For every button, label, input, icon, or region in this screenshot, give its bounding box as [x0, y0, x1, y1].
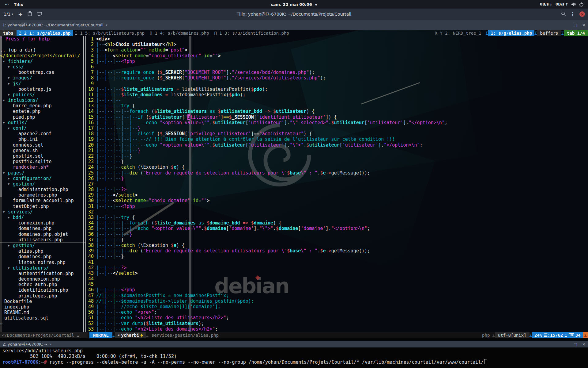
session-switcher[interactable]: 1/1▾	[4, 12, 13, 17]
tree-expand-arrow-icon[interactable]: ▾	[7, 64, 13, 70]
window-close-button[interactable]: ×	[579, 11, 585, 17]
code-line[interactable]: 41	[86, 259, 588, 265]
pane2-close-button[interactable]: ×	[582, 342, 586, 347]
tree-item[interactable]: barre_menu.php	[0, 103, 86, 109]
new-terminal-button[interactable]: +	[18, 11, 23, 17]
tree-item[interactable]: apache2.conf	[0, 131, 86, 136]
menu-kebab-icon[interactable]: ⋮	[570, 11, 575, 17]
code-line[interactable]: 11|--|--|--$liste_domaines = listeDomain…	[86, 92, 588, 98]
code-line[interactable]: 42|--|--|--?>	[86, 265, 588, 270]
tree-item[interactable]: ▾ services/	[0, 209, 86, 215]
code-line[interactable]: 25|--|--|--|--die ("Erreur de requête de…	[86, 170, 588, 176]
chevron-down-icon[interactable]: ▾	[106, 23, 107, 27]
paste-icon[interactable]	[28, 11, 32, 17]
window-split-separator[interactable]	[83, 36, 86, 332]
tree-item[interactable]: formulaire_accueil.php	[0, 198, 86, 203]
code-line[interactable]: 10|--|--|--$liste_utilisateurs = listeUt…	[86, 86, 588, 92]
tree-item[interactable]: .. (up a dir)	[0, 47, 86, 53]
tree-item[interactable]: genenv.sh	[0, 148, 86, 153]
tree-item[interactable]: ▾ images/	[0, 75, 86, 81]
tree-item[interactable]: privileges.php	[0, 293, 86, 299]
code-line[interactable]: 39|--|--|--|--die ("Erreur de requête de…	[86, 248, 588, 254]
tree-expand-arrow-icon[interactable]: ▾	[2, 120, 8, 125]
code-line[interactable]: 38|--|--|--catch (\Exception $e) {	[86, 243, 588, 248]
code-line[interactable]: 33|--|--|--try {	[86, 215, 588, 220]
code-line[interactable]: 30|--|--<select name="choix_domaine" id=…	[86, 198, 588, 203]
tabline-active-buffer[interactable]: Ξ 2 1: s/g/alias.php	[17, 30, 73, 36]
tree-item[interactable]: ▾ polices/	[0, 92, 86, 98]
tree-item[interactable]: données.sql	[0, 142, 86, 148]
tree-item[interactable]: domaines.php	[0, 254, 86, 259]
code-line[interactable]: 24|--|--|--catch (\Exception $e) {	[86, 164, 588, 170]
tree-expand-arrow-icon[interactable]: ▾	[7, 125, 13, 131]
tree-item[interactable]: Dockerfile	[0, 299, 86, 304]
tree-item[interactable]: ▾ css/	[0, 64, 86, 70]
code-line[interactable]: 43|--|--</select>	[86, 270, 588, 276]
tree-expand-arrow-icon[interactable]: ▾	[7, 215, 13, 220]
code-line[interactable]: 29|--|--</select>	[86, 192, 588, 198]
tree-item[interactable]: ▾ pages/	[0, 170, 86, 176]
tree-expand-arrow-icon[interactable]: ▾	[2, 98, 8, 103]
terminal-2-shell[interactable]: services/bdd/utilisateurs.php 502 100% 4…	[0, 347, 588, 368]
code-line[interactable]: 22|--|--|--|--}	[86, 153, 588, 159]
tree-item[interactable]: postfix.sql	[0, 153, 86, 159]
tree-item[interactable]: echec_auth.php	[0, 282, 86, 287]
code-line[interactable]: 19|--|--|--|--|--|--// !!! Bien faire at…	[86, 136, 588, 142]
tree-item[interactable]: postfix.sqlite	[0, 159, 86, 164]
tree-item[interactable]: README.md	[0, 310, 86, 315]
code-line[interactable]: 34|--|--|--|--foreach ($liste_domaines a…	[86, 220, 588, 226]
tree-item[interactable]: deconnexion.php	[0, 276, 86, 282]
tree-item[interactable]: domaines.php.objet	[0, 232, 86, 237]
code-line[interactable]: 16|--|--|--|--|--|--echo "<option value=…	[86, 120, 588, 125]
code-line[interactable]: 23|--|--|--}	[86, 159, 588, 164]
tree-item[interactable]: </Documents/Projets/Courtail/	[0, 53, 86, 59]
tree-item[interactable]: ▾ bdd/	[0, 215, 86, 220]
code-line[interactable]: 15|--|--|--|--|--if ($utilisateur['utili…	[86, 114, 588, 120]
code-line[interactable]: 40|--|--|--}	[86, 254, 588, 259]
tree-item[interactable]: identification.php	[0, 287, 86, 293]
tree-item[interactable]: ▾ outils/	[0, 120, 86, 125]
tree-item[interactable]: parametres.php	[0, 192, 86, 198]
tree-item[interactable]: entete.php	[0, 109, 86, 114]
tree-item[interactable]: ▾ utilisateurs/	[0, 265, 86, 271]
tree-item[interactable]: authentification.php	[0, 271, 86, 276]
vim-command-line[interactable]	[0, 338, 588, 341]
tree-item[interactable]: php.ini	[0, 136, 86, 142]
tree-item[interactable]: index.php	[0, 304, 86, 310]
tree-item[interactable]: testObjet.php	[0, 204, 86, 209]
tabline-other-buffers[interactable]: Ξ 1 5: s/b/utilisateurs.php Π 1 4: s/b/d…	[73, 30, 291, 36]
advanced-paste-icon[interactable]	[37, 12, 42, 17]
vim-code-window[interactable]: 1<div>2|--<h1>Choix utilisateur</h1>3|--…	[86, 36, 588, 332]
pane1-maximize-button[interactable]: □	[574, 23, 577, 27]
tree-item[interactable]: bootstrap.js	[0, 86, 86, 92]
code-line[interactable]: 18|--|--|--|--|--elseif ($_SESSION['priv…	[86, 131, 588, 136]
code-line[interactable]: 37|--|--|--}	[86, 237, 588, 243]
code-line[interactable]: 17|--|--|--|--|--}	[86, 125, 588, 131]
tree-expand-arrow-icon[interactable]: ▾	[7, 243, 13, 248]
tree-expand-arrow-icon[interactable]: ▾	[7, 92, 13, 98]
chevron-down-icon[interactable]: ▾	[50, 343, 51, 346]
tree-expand-arrow-icon[interactable]: ▾	[2, 59, 8, 64]
code-line[interactable]: 5|--|--|--<?php	[86, 59, 588, 64]
tree-expand-arrow-icon[interactable]: ▾	[7, 265, 13, 271]
code-line[interactable]: 52|--|--|--var_dump($liste_utilisateurs)…	[86, 321, 588, 326]
tree-expand-arrow-icon[interactable]: ▾	[2, 170, 8, 176]
tree-item[interactable]: bootstrap.css	[0, 70, 86, 75]
code-line[interactable]: 9	[86, 81, 588, 86]
code-line[interactable]: 46|--|--|--<?php	[86, 287, 588, 293]
tree-expand-arrow-icon[interactable]: ▾	[7, 81, 13, 86]
pane2-titlebar[interactable]: 2: yohan@i7-6700K: ~ ▾ □ ×	[0, 341, 588, 347]
code-line[interactable]: 27	[86, 181, 588, 187]
code-line[interactable]: 48//||--|--$domainesPostfix->lister_doma…	[86, 298, 588, 304]
code-line[interactable]: 4|--|--<select name="choix_utilisateur" …	[86, 53, 588, 59]
terminal-1-vim[interactable]: debian tabs Ξ 2 1: s/g/alias.php Ξ 1 5: …	[0, 30, 588, 341]
tree-item[interactable]: ▾ configuration/	[0, 176, 86, 181]
code-line[interactable]: 44	[86, 276, 588, 282]
code-line[interactable]: 13|--|--|--try {	[86, 103, 588, 109]
tree-item[interactable]: ▾ inclusions/	[0, 98, 86, 103]
clock-menu[interactable]: sam. 22 mai 00:06●	[0, 2, 588, 7]
tree-item[interactable]: utilisateurs.php	[0, 237, 86, 243]
code-line[interactable]: 51|--|--|--echo "<h2>Liste des utilisate…	[86, 315, 588, 320]
code-line[interactable]: 26|--|--|--}	[86, 176, 588, 181]
code-line[interactable]: 31|--|--|--<?php	[86, 204, 588, 209]
